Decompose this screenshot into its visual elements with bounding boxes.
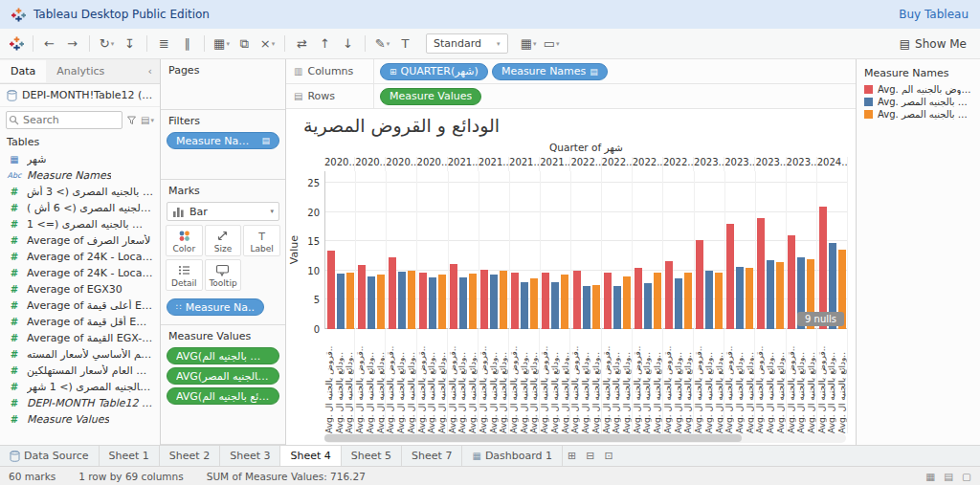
bar-mark[interactable] — [398, 272, 406, 330]
tab-dashboard-1[interactable]: ▦Dashboard 1 — [462, 446, 563, 466]
new-worksheet-button[interactable]: ▦▾ — [211, 33, 233, 55]
bar-mark[interactable] — [389, 257, 396, 329]
show-filmstrip-view-button[interactable]: ▤ — [944, 471, 953, 482]
columns-pill-measure-names[interactable]: Measure Names▤ — [492, 63, 608, 80]
undo-button[interactable]: ← — [38, 33, 60, 55]
duplicate-button[interactable]: ⧉ — [234, 33, 256, 55]
measure-values-pill-loans[interactable]: AVG(قروض بالجنيه الم.. — [167, 347, 279, 364]
field-item[interactable]: #Average of القيمة EGX-USD — [0, 330, 160, 346]
tab-sheet-1[interactable]: Sheet 1 — [100, 446, 160, 466]
bar-mark[interactable] — [429, 277, 436, 329]
bar-mark[interactable] — [705, 271, 713, 329]
legend-item[interactable]: Avg. قروض بالجنيه الم.. — [857, 83, 980, 96]
bar-mark[interactable] — [459, 277, 467, 329]
new-story-tab-button[interactable]: ⊡ — [600, 446, 618, 466]
bar-mark[interactable] — [490, 275, 498, 329]
bar-mark[interactable] — [675, 278, 682, 329]
rows-pill-measure-values[interactable]: Measure Values — [380, 88, 481, 105]
sort-descending-button[interactable]: ↓ — [337, 33, 359, 55]
tooltip-button[interactable]: Tooltip — [205, 259, 242, 291]
legend-item[interactable]: Avg. ودائع بالجنيه المصر.. — [857, 108, 980, 121]
search-input[interactable] — [6, 111, 122, 129]
field-item[interactable]: ▦شهر — [0, 151, 160, 167]
bar-mark[interactable] — [665, 261, 673, 329]
tableau-home-button[interactable] — [6, 33, 28, 55]
bar-mark[interactable] — [521, 282, 528, 329]
field-item[interactable]: #الرقم الأساسي لأسعار المسته.. — [0, 346, 160, 363]
swap-axes-button[interactable]: ⇄ — [291, 33, 313, 55]
bar-mark[interactable] — [819, 207, 827, 329]
view-options-icon[interactable]: ▤▾ — [141, 115, 154, 125]
field-item[interactable]: #قروض بالجنيه المصرى (=> 1 .. — [0, 216, 160, 232]
bar-mark[interactable] — [644, 283, 652, 329]
bar-mark[interactable] — [776, 262, 784, 329]
bar-mark[interactable] — [480, 270, 488, 329]
presentation-mode-button[interactable]: ▭▾ — [541, 33, 563, 55]
tab-sheet-4[interactable]: Sheet 4 — [280, 446, 341, 466]
bar-mark[interactable] — [583, 286, 590, 329]
bar-mark[interactable] — [592, 285, 600, 329]
bar-mark[interactable] — [767, 260, 774, 329]
field-item[interactable]: #ودائع بالجنيه المصرى (> 6 أش ) — [0, 200, 160, 216]
field-item[interactable]: #Average of أعلى قيمة EGX30 — [0, 298, 160, 314]
bar-mark[interactable] — [573, 271, 581, 329]
filter-fields-icon[interactable] — [126, 115, 137, 125]
field-item[interactable]: #Average of 24K - Local Pric.. — [0, 249, 160, 265]
pages-shelf[interactable] — [161, 79, 285, 102]
bar-mark[interactable] — [757, 218, 765, 329]
filter-pill-measure-names[interactable]: Measure Names▤ — [167, 132, 279, 149]
save-button[interactable]: ↧ — [119, 33, 141, 55]
field-item[interactable]: #Average of لأسعار الصرف — [0, 232, 160, 249]
bar-mark[interactable] — [613, 286, 621, 329]
fit-dropdown[interactable]: Standard ▾ — [426, 33, 508, 54]
bar-mark[interactable] — [377, 275, 385, 329]
bar-mark[interactable] — [530, 278, 538, 329]
tab-data-source[interactable]: Data Source — [0, 446, 100, 466]
refresh-button[interactable]: ↻▾ — [96, 33, 118, 55]
bar-mark[interactable] — [500, 271, 507, 329]
field-item[interactable]: #Average of 24K - Local Pric.. — [0, 265, 160, 281]
buy-tableau-link[interactable]: Buy Tableau — [899, 8, 969, 21]
field-item[interactable]: AbcMeasure Names — [0, 167, 160, 184]
bar-mark[interactable] — [337, 274, 345, 329]
bar-mark[interactable] — [469, 274, 477, 329]
bar-mark[interactable] — [438, 275, 446, 329]
bar-mark[interactable] — [419, 273, 427, 329]
mark-type-dropdown[interactable]: Bar ▾ — [167, 202, 279, 221]
sort-ascending-button[interactable]: ↑ — [314, 33, 336, 55]
bar-mark[interactable] — [623, 276, 631, 329]
collapse-panel-icon[interactable]: ‹ — [141, 65, 160, 77]
bar-mark[interactable] — [604, 273, 612, 329]
bar-mark[interactable] — [684, 273, 692, 329]
clear-sheet-button[interactable]: ×▾ — [256, 33, 278, 55]
bar-mark[interactable] — [450, 264, 457, 329]
bar-mark[interactable] — [346, 273, 354, 329]
bar-mark[interactable] — [408, 271, 415, 329]
measure-values-pill-deposits-1[interactable]: AVG(ودائع بالجنيه المصر.. — [167, 367, 279, 385]
columns-pill-quarter[interactable]: ⊞QUARTER(شهر) — [380, 63, 488, 80]
bar-mark[interactable] — [726, 224, 734, 329]
nulls-indicator[interactable]: 9 nulls — [797, 312, 844, 326]
bar-mark[interactable] — [542, 273, 549, 329]
highlight-button[interactable]: ✎▾ — [371, 33, 393, 55]
bar-mark[interactable] — [746, 268, 753, 329]
field-item[interactable]: #Average of أقل قيمة EGX30 — [0, 314, 160, 330]
tab-sheet-5[interactable]: Sheet 5 — [342, 446, 402, 466]
field-item[interactable]: #Measure Values — [0, 411, 160, 428]
tab-analytics[interactable]: Analytics — [46, 60, 115, 82]
size-button[interactable]: Size — [205, 225, 242, 256]
field-item[interactable]: #ودائع بالجنيه المصرى (> 3 أش.. — [0, 184, 160, 200]
field-item[interactable]: #Average of EGX30 — [0, 281, 160, 298]
field-item[interactable]: #ودائع بالجنيه المصرى (> 1 شهر — [0, 379, 160, 395]
tab-sheet-3[interactable]: Sheet 3 — [220, 446, 280, 466]
show-tabs-view-button[interactable]: ▦ — [925, 471, 935, 482]
field-item[interactable]: #الرقم العام لأسعار المستهلكين .. — [0, 363, 160, 379]
new-worksheet-tab-button[interactable]: ⊞ — [563, 446, 581, 466]
legend-item[interactable]: Avg. ودائع بالجنيه المصر.. — [857, 96, 980, 108]
label-button[interactable]: TLabel — [243, 225, 280, 256]
marks-pill-measure-names[interactable]: ∷Measure Na.. — [167, 298, 264, 316]
mark-labels-button[interactable]: T — [394, 33, 416, 55]
show-me-button[interactable]: ▤ Show Me — [900, 37, 974, 51]
new-datasource-button[interactable]: ≣ — [153, 33, 175, 55]
show-list-view-button[interactable]: ▢ — [962, 471, 971, 482]
